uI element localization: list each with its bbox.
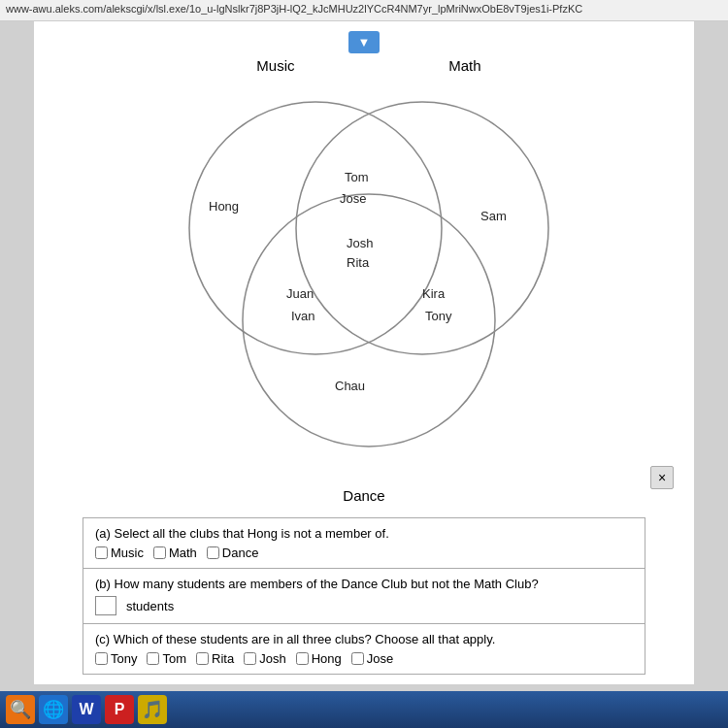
svg-point-1 [296,102,548,354]
question-b-section: (b) How many students are members of the… [83,569,645,624]
svg-point-2 [243,194,495,447]
math-label: Math [448,57,480,74]
taskbar-icon-3[interactable]: W [72,695,101,724]
name-tom: Tom [345,170,369,184]
questions-box: (a) Select all the clubs that Hong is no… [83,517,645,675]
url-text: www-awu.aleks.com/alekscgi/x/lsl.exe/1o_… [6,3,582,15]
svg-point-0 [189,102,442,354]
checkbox-tom[interactable] [147,652,159,665]
option-tom[interactable]: Tom [147,651,186,666]
venn-top-labels: Music Math [150,57,578,74]
name-rita: Rita [347,255,369,270]
checkbox-josh[interactable] [244,652,256,665]
question-b-answer: students [95,596,633,615]
option-dance[interactable]: Dance [207,546,259,560]
dropdown-area: ▼ [53,31,675,53]
url-bar: www-awu.aleks.com/alekscgi/x/lsl.exe/1o_… [0,0,728,21]
taskbar-icon-5[interactable]: 🎵 [138,695,167,724]
b-students-label: students [126,599,174,613]
checkbox-hong[interactable] [296,652,309,665]
close-button[interactable]: × [650,466,674,489]
question-c-section: (c) Which of these students are in all t… [83,624,645,674]
name-juan: Juan [286,286,314,301]
taskbar: 🔍 🌐 W P 🎵 [0,691,728,728]
option-hong[interactable]: Hong [296,651,342,666]
music-label: Music [256,57,294,74]
question-c-options: Tony Tom Rita Josh Hong Jose [95,651,633,666]
taskbar-icon-2[interactable]: 🌐 [39,695,68,724]
question-c-label: (c) Which of these students are in all t… [95,632,633,646]
checkbox-math[interactable] [153,546,166,559]
name-kira: Kira [422,286,445,301]
option-music[interactable]: Music [95,546,144,560]
venn-diagram: Hong Tom Jose Sam Josh Rita Juan Ivan Ki… [121,78,607,485]
option-tony[interactable]: Tony [95,651,137,666]
taskbar-icon-4[interactable]: P [105,695,134,724]
name-chau: Chau [335,379,365,393]
checkbox-jose[interactable] [351,652,364,665]
name-hong: Hong [209,199,239,214]
question-a-options: Music Math Dance [95,546,633,560]
checkbox-music[interactable] [95,546,108,559]
question-b-label: (b) How many students are members of the… [95,577,633,591]
option-rita[interactable]: Rita [196,651,234,666]
option-jose[interactable]: Jose [351,651,393,666]
checkbox-dance[interactable] [207,546,219,559]
name-josh: Josh [347,236,373,250]
name-tony: Tony [425,309,451,323]
content-area: ▼ Music Math Hong Tom Jose Sam Josh Rita… [34,21,694,684]
checkbox-tony[interactable] [95,652,108,665]
dance-label: Dance [53,487,675,504]
checkbox-rita[interactable] [196,652,209,665]
question-a-label: (a) Select all the clubs that Hong is no… [95,526,633,541]
b-answer-input[interactable] [95,596,116,615]
name-jose: Jose [340,191,366,206]
name-sam: Sam [480,209,507,223]
option-math[interactable]: Math [153,546,197,560]
option-josh[interactable]: Josh [244,651,285,666]
dropdown-button[interactable]: ▼ [348,31,381,53]
taskbar-icon-1[interactable]: 🔍 [6,695,35,724]
question-a-section: (a) Select all the clubs that Hong is no… [83,518,645,569]
name-ivan: Ivan [291,309,315,323]
